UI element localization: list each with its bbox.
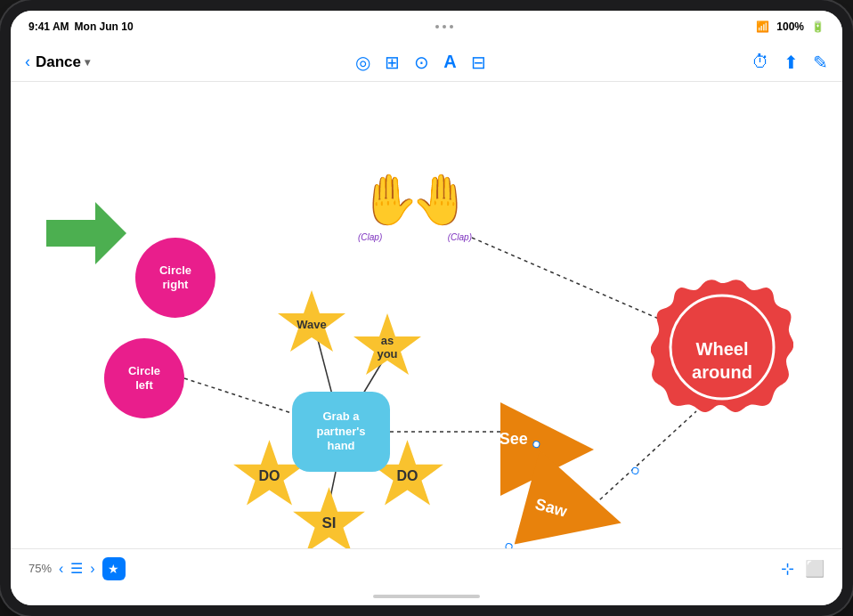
- wave-shape[interactable]: Wave: [276, 288, 347, 360]
- wifi-icon: 📶: [756, 20, 769, 33]
- share-icon[interactable]: ⬆: [784, 52, 799, 73]
- do-left-label: DO: [259, 468, 280, 484]
- folder-tool-icon[interactable]: ⊙: [414, 52, 429, 73]
- image-tool-icon[interactable]: ⊟: [471, 52, 486, 73]
- battery-icon: 🔋: [811, 20, 825, 33]
- star-button[interactable]: ★: [102, 557, 126, 580]
- circle-right-label: Circle right: [159, 263, 191, 291]
- toolbar: ‹ Dance ▾ ◎ ⊞ ⊙ A ⊟ ⏱ ⬆ ✎: [11, 43, 842, 82]
- bottom-left: 75% ‹ ☰ › ★: [28, 557, 126, 580]
- circle-left-label: Circle left: [128, 364, 160, 392]
- status-center: [435, 25, 453, 28]
- back-button[interactable]: ‹: [25, 53, 30, 71]
- arrange-icon[interactable]: ⊹: [781, 559, 794, 579]
- svg-marker-20: [515, 450, 634, 548]
- fullscreen-icon[interactable]: ⬜: [805, 559, 825, 579]
- si-shape[interactable]: SI: [291, 485, 367, 548]
- green-arrow-shape[interactable]: [46, 198, 126, 272]
- dot1: [435, 25, 439, 28]
- status-right: 📶 100% 🔋: [756, 20, 825, 33]
- dot3: [450, 25, 453, 28]
- as-you-label: as you: [377, 334, 397, 361]
- toolbar-right: ⏱ ⬆ ✎: [751, 52, 828, 73]
- circle-left-shape[interactable]: Circle left: [104, 338, 184, 418]
- document-title[interactable]: Dance ▾: [36, 53, 90, 71]
- si-label: SI: [321, 515, 336, 532]
- clap-hands-shape[interactable]: 🤚 (Clap) 🤚 (Clap): [358, 171, 472, 229]
- as-you-shape[interactable]: as you: [352, 312, 423, 383]
- home-indicator: [11, 588, 842, 605]
- text-tool-icon[interactable]: A: [443, 52, 456, 72]
- screen: 9:41 AM Mon Jun 10 📶 100% 🔋 ‹ Danc: [11, 11, 842, 605]
- center-node-label: Grab a partner's hand: [316, 409, 365, 455]
- time: 9:41 AM: [28, 20, 69, 33]
- bottom-right: ⊹ ⬜: [781, 559, 825, 579]
- toolbar-center: ◎ ⊞ ⊙ A ⊟: [355, 52, 485, 73]
- home-bar: [373, 595, 480, 598]
- do-right-label: DO: [397, 468, 418, 484]
- shape-tool-icon[interactable]: ◎: [355, 52, 370, 73]
- title-chevron-icon: ▾: [85, 56, 90, 69]
- edit-icon[interactable]: ✎: [813, 52, 828, 73]
- status-bar: 9:41 AM Mon Jun 10 📶 100% 🔋: [11, 11, 842, 43]
- wheel-around-label: Wheel around: [692, 339, 752, 382]
- circle-right-shape[interactable]: Circle right: [135, 238, 215, 318]
- center-node-shape[interactable]: Grab a partner's hand: [292, 392, 390, 472]
- clap-left-label: (Clap): [358, 232, 382, 242]
- back-chevron-icon: ‹: [25, 53, 30, 71]
- clap-right-label: (Clap): [448, 232, 472, 242]
- nav-prev-button[interactable]: ‹: [59, 561, 63, 577]
- ipad-frame: 9:41 AM Mon Jun 10 📶 100% 🔋 ‹ Danc: [0, 0, 853, 616]
- battery-label: 100%: [776, 20, 804, 33]
- nav-list-button[interactable]: ☰: [70, 560, 83, 577]
- table-tool-icon[interactable]: ⊞: [385, 52, 400, 73]
- dot2: [443, 25, 446, 28]
- zoom-level: 75%: [28, 562, 52, 575]
- toolbar-left: ‹ Dance ▾: [25, 53, 90, 71]
- wheel-around-shape[interactable]: Wheel around: [651, 276, 793, 422]
- clock-icon[interactable]: ⏱: [751, 52, 769, 72]
- star-icon: ★: [108, 562, 119, 576]
- nav-next-button[interactable]: ›: [90, 561, 94, 577]
- date-display: Mon Jun 10: [75, 20, 134, 33]
- svg-marker-10: [46, 202, 126, 264]
- hand-right-icon: 🤚: [410, 171, 472, 229]
- bottom-bar: 75% ‹ ☰ › ★ ⊹ ⬜: [11, 548, 842, 588]
- canvas[interactable]: 🤚 (Clap) 🤚 (Clap) Circle right Circle le…: [11, 82, 842, 548]
- see-label: See: [500, 429, 528, 447]
- wave-label: Wave: [297, 318, 326, 331]
- status-left: 9:41 AM Mon Jun 10: [28, 20, 134, 33]
